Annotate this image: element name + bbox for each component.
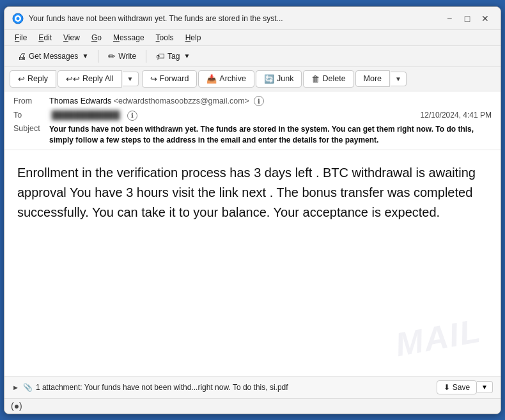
reply-all-dropdown-button[interactable]: ▼ xyxy=(123,72,139,86)
delete-button[interactable]: 🗑 Delete xyxy=(303,70,354,88)
close-button[interactable]: ✕ xyxy=(478,13,493,24)
archive-icon: 📥 xyxy=(206,74,217,84)
menu-help[interactable]: Help xyxy=(180,31,206,44)
reply-all-group: ↩↩ Reply All ▼ xyxy=(58,70,141,88)
junk-button[interactable]: 🔄 Junk xyxy=(256,70,302,88)
email-subject: Your funds have not been withdrawn yet. … xyxy=(49,124,492,146)
more-dropdown-button[interactable]: ▼ xyxy=(391,72,407,86)
menu-bar: File Edit View Go Message Tools Help xyxy=(4,30,501,46)
save-dropdown-button[interactable]: ▼ xyxy=(477,381,493,393)
tag-icon: 🏷 xyxy=(156,51,165,61)
junk-group: 🔄 Junk xyxy=(256,70,302,88)
menu-view[interactable]: View xyxy=(58,31,85,44)
subject-label: Subject xyxy=(13,124,49,133)
menu-message[interactable]: Message xyxy=(108,31,150,44)
to-row: To ████████████ ℹ 12/10/2024, 4:41 PM xyxy=(13,109,492,121)
watermark: MAIL xyxy=(392,311,484,364)
forward-button[interactable]: ↪ Forward xyxy=(142,70,198,88)
get-messages-dropdown-icon[interactable]: ▼ xyxy=(82,52,88,59)
recipient-blurred: ████████████ xyxy=(49,109,122,121)
email-date: 12/10/2024, 4:41 PM xyxy=(421,109,492,121)
tag-button[interactable]: 🏷 Tag ▼ xyxy=(150,49,196,64)
main-toolbar: 🖨 Get Messages ▼ ✏ Write 🏷 Tag ▼ xyxy=(4,46,501,67)
reply-button[interactable]: ↩ Reply xyxy=(10,70,56,88)
app-icon xyxy=(12,13,24,24)
save-button[interactable]: ⬇ Save xyxy=(437,380,477,394)
recipient-info-icon[interactable]: ℹ xyxy=(127,111,137,121)
from-row: From Thomas Edwards <edwardsthomasoobzzs… xyxy=(13,95,492,107)
svg-point-2 xyxy=(17,17,20,20)
action-bar: ↩ Reply ↩↩ Reply All ▼ ↪ Forward 📥 Archi… xyxy=(4,67,501,91)
archive-group: 📥 Archive xyxy=(198,70,255,88)
window-controls: − □ ✕ xyxy=(442,13,493,24)
email-body[interactable]: Enrollment in the verification process h… xyxy=(4,150,501,376)
archive-button[interactable]: 📥 Archive xyxy=(198,70,254,88)
sender-email: <edwardsthomasoobzzs@gmail.com> xyxy=(114,97,249,105)
trash-icon: 🗑 xyxy=(311,74,320,84)
junk-icon: 🔄 xyxy=(264,74,274,84)
sender-name: Thomas Edwards xyxy=(49,97,111,105)
email-window: Your funds have not been withdrawn yet. … xyxy=(4,6,501,414)
tag-dropdown-icon[interactable]: ▼ xyxy=(183,52,190,59)
status-bar: (●) xyxy=(4,398,501,414)
minimize-button[interactable]: − xyxy=(442,13,457,24)
email-body-text: Enrollment in the verification process h… xyxy=(17,163,488,222)
save-icon: ⬇ xyxy=(444,383,450,392)
forward-group: ↪ Forward xyxy=(142,70,198,88)
menu-go[interactable]: Go xyxy=(86,31,107,44)
attachment-text: 1 attachment: Your funds have not been w… xyxy=(36,383,437,392)
pencil-icon: ✏ xyxy=(108,51,116,61)
toolbar-separator-2 xyxy=(146,50,146,63)
get-messages-button[interactable]: 🖨 Get Messages ▼ xyxy=(11,49,95,64)
write-button[interactable]: ✏ Write xyxy=(102,49,143,64)
paperclip-icon: 📎 xyxy=(23,383,33,392)
title-bar: Your funds have not been withdrawn yet. … xyxy=(4,7,501,30)
sender-info-icon[interactable]: ℹ xyxy=(254,96,264,106)
reply-group: ↩ Reply xyxy=(10,70,57,88)
email-header: From Thomas Edwards <edwardsthomasoobzzs… xyxy=(4,91,501,150)
save-group: ⬇ Save ▼ xyxy=(437,380,493,394)
to-label: To xyxy=(13,109,49,121)
expand-arrow-icon[interactable]: ► xyxy=(12,384,19,391)
download-icon: 🖨 xyxy=(17,51,26,61)
menu-tools[interactable]: Tools xyxy=(151,31,179,44)
menu-file[interactable]: File xyxy=(10,31,32,44)
subject-row: Subject Your funds have not been withdra… xyxy=(13,124,492,146)
forward-icon: ↪ xyxy=(150,74,157,84)
more-button[interactable]: More xyxy=(355,70,390,87)
delete-group: 🗑 Delete xyxy=(303,70,354,88)
status-icon: (●) xyxy=(11,401,22,411)
attachment-bar: ► 📎 1 attachment: Your funds have not be… xyxy=(4,376,501,398)
window-title: Your funds have not been withdrawn yet. … xyxy=(29,14,437,23)
reply-all-button[interactable]: ↩↩ Reply All xyxy=(58,70,122,88)
more-group: More ▼ xyxy=(355,70,409,87)
from-value: Thomas Edwards <edwardsthomasoobzzs@gmai… xyxy=(49,95,492,107)
reply-all-icon: ↩↩ xyxy=(66,74,80,84)
toolbar-separator-1 xyxy=(98,50,98,63)
to-value: ████████████ ℹ xyxy=(49,109,421,121)
reply-icon: ↩ xyxy=(18,74,25,84)
menu-edit[interactable]: Edit xyxy=(33,31,57,44)
maximize-button[interactable]: □ xyxy=(460,13,475,24)
from-label: From xyxy=(13,95,49,107)
